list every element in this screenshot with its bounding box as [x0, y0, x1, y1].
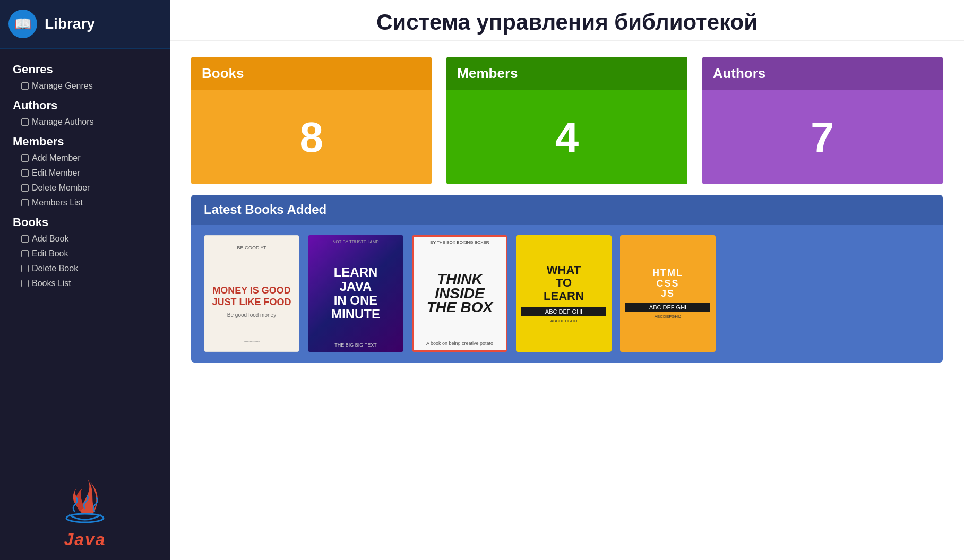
sidebar-item-edit-member[interactable]: Edit Member	[0, 166, 170, 180]
logo-icon: 📖	[8, 10, 37, 38]
book3-title: THINKINSIDETHE BOX	[427, 272, 493, 315]
nav-category-books[interactable]: Books	[0, 210, 170, 231]
book-cover-3: BY THE BOX BOXING BOXER THINKINSIDETHE B…	[412, 235, 507, 352]
latest-books-title: Latest Books Added	[191, 195, 943, 225]
main-content: Система управления библиотекой Books 8 M…	[170, 0, 964, 560]
book1-footer: -------------	[244, 339, 260, 343]
sidebar-nav: Genres Manage Genres Authors Manage Auth…	[0, 49, 170, 450]
sidebar-item-delete-member[interactable]: Delete Member	[0, 180, 170, 195]
sidebar-item-edit-book[interactable]: Edit Book	[0, 246, 170, 261]
book1-sub: Be good food money	[227, 312, 276, 318]
book2-bottom: THE BIG BIG TEXT	[334, 342, 376, 348]
book4-bar: ABC DEF GHI	[521, 307, 606, 316]
sidebar-item-add-book[interactable]: Add Book	[0, 231, 170, 246]
sidebar-header: 📖 Library	[0, 0, 170, 49]
books-row: BE GOOD AT MONEY IS GOOD JUST LIKE FOOD …	[191, 225, 943, 363]
book1-byline: BE GOOD AT	[237, 245, 266, 251]
sidebar-footer: Java	[0, 450, 170, 560]
latest-books-section: Latest Books Added BE GOOD AT MONEY IS G…	[191, 195, 943, 363]
sidebar-item-books-list[interactable]: Books List	[0, 276, 170, 291]
main-header: Система управления библиотекой	[170, 0, 964, 41]
nav-category-genres[interactable]: Genres	[0, 57, 170, 79]
java-logo-icon	[53, 461, 117, 530]
stat-card-members: Members 4	[446, 57, 687, 184]
book-cover-5: HTMLCSSJS ABC DEF GHI ABCDEFGHIJ	[620, 235, 716, 352]
book3-by: BY THE BOX BOXING BOXER	[430, 240, 489, 245]
nav-category-members[interactable]: Members	[0, 130, 170, 151]
book-cover-4: WHATTOLEARN ABC DEF GHI ABCDEFGHIJ	[516, 235, 612, 352]
book4-subtitle: ABCDEFGHIJ	[550, 318, 578, 323]
java-label: Java	[64, 530, 106, 549]
stat-authors-value: 7	[702, 90, 943, 184]
sidebar-item-manage-genres[interactable]: Manage Genres	[0, 79, 170, 93]
stat-card-books: Books 8	[191, 57, 432, 184]
sidebar-item-add-member[interactable]: Add Member	[0, 151, 170, 166]
book1-title: MONEY IS GOOD JUST LIKE FOOD	[210, 285, 294, 308]
sidebar-item-manage-authors[interactable]: Manage Authors	[0, 115, 170, 130]
java-logo: Java	[53, 461, 117, 549]
stats-row: Books 8 Members 4 Authors 7	[170, 41, 964, 195]
book5-title: HTMLCSSJS	[652, 268, 683, 299]
book-cover-2: NOT BY TRUSTCHAMP LEARNJAVAIN ONEMINUTE …	[308, 235, 403, 352]
book5-subtitle: ABCDEFGHIJ	[655, 314, 682, 319]
sidebar-item-delete-book[interactable]: Delete Book	[0, 261, 170, 276]
book4-title: WHATTOLEARN	[544, 264, 584, 303]
page-title: Система управления библиотекой	[191, 10, 943, 35]
stat-card-authors: Authors 7	[702, 57, 943, 184]
sidebar-item-members-list[interactable]: Members List	[0, 195, 170, 210]
stat-books-value: 8	[191, 90, 432, 184]
stat-members-value: 4	[446, 90, 687, 184]
book2-title: LEARNJAVAIN ONEMINUTE	[331, 265, 380, 322]
stat-authors-label: Authors	[702, 57, 943, 90]
book-cover-1: BE GOOD AT MONEY IS GOOD JUST LIKE FOOD …	[204, 235, 299, 352]
stat-books-label: Books	[191, 57, 432, 90]
stat-members-label: Members	[446, 57, 687, 90]
book2-not-by: NOT BY TRUSTCHAMP	[332, 239, 378, 244]
nav-category-authors[interactable]: Authors	[0, 93, 170, 115]
logo-text: Library	[45, 15, 95, 32]
book5-bar: ABC DEF GHI	[625, 303, 710, 312]
svg-point-0	[66, 514, 104, 522]
sidebar: 📖 Library Genres Manage Genres Authors M…	[0, 0, 170, 560]
book3-sub: A book on being creative potato	[426, 341, 493, 346]
